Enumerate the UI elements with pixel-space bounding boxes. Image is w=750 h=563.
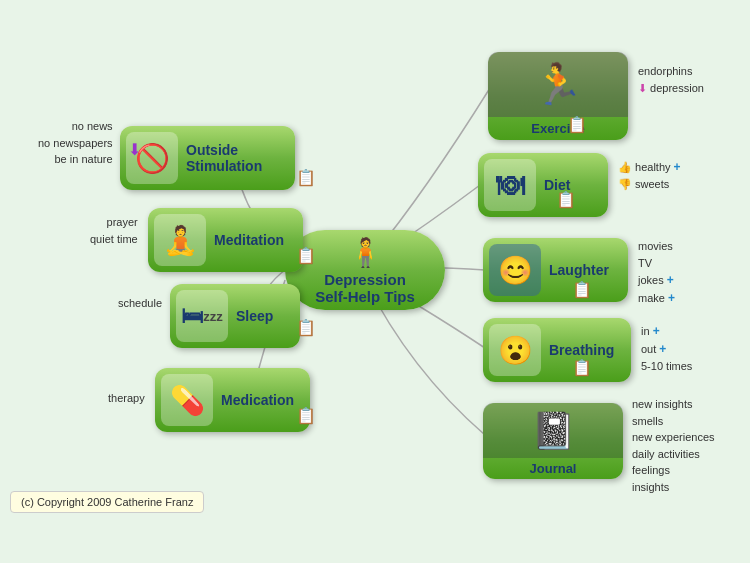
laughter-labels: moviesTVjokes +make + bbox=[638, 238, 675, 307]
breathing-icon: 😮 bbox=[489, 324, 541, 376]
center-node: 🧍 Depression Self-Help Tips bbox=[285, 230, 445, 310]
outside-stimulation-note[interactable]: 📋 bbox=[296, 168, 316, 187]
medication-label: Medication bbox=[221, 392, 294, 408]
copyright-text: (c) Copyright 2009 Catherine Franz bbox=[21, 496, 193, 508]
laughter-label: Laughter bbox=[549, 262, 609, 278]
meditation-node: 🧘 Meditation bbox=[148, 208, 303, 272]
medication-node: 💊 Medication bbox=[155, 368, 310, 432]
journal-image: 📓 bbox=[483, 403, 623, 458]
exercise-node: 🏃 Exercise bbox=[488, 52, 628, 140]
breathing-label: Breathing bbox=[549, 342, 614, 358]
center-title-line2: Self-Help Tips bbox=[315, 288, 415, 305]
outside-stimulation-node: 🚫 Outside Stimulation bbox=[120, 126, 295, 190]
exercise-labels: endorphins⬇ depression bbox=[638, 63, 704, 96]
meditation-icon: 🧘 bbox=[154, 214, 206, 266]
diet-labels: 👍 healthy +👎 sweets bbox=[618, 158, 681, 193]
diet-note[interactable]: 📋 bbox=[556, 190, 576, 209]
sleep-labels: schedule bbox=[118, 295, 162, 312]
outside-stimulation-labels: no newsno newspapersbe in nature bbox=[38, 118, 113, 168]
journal-labels: new insightssmellsnew experiencesdaily a… bbox=[632, 396, 715, 495]
center-title-line1: Depression bbox=[324, 271, 406, 288]
diet-node: 🍽 Diet bbox=[478, 153, 608, 217]
diet-icon: 🍽 bbox=[484, 159, 536, 211]
laughter-icon: 😊 bbox=[489, 244, 541, 296]
medication-note[interactable]: 📋 bbox=[296, 406, 316, 425]
breathing-labels: in +out +5-10 times bbox=[641, 322, 692, 375]
journal-label: Journal bbox=[522, 458, 585, 479]
exercise-image: 🏃 bbox=[488, 52, 628, 117]
sleep-label: Sleep bbox=[236, 308, 273, 324]
sleep-node: 🛏zzz Sleep bbox=[170, 284, 300, 348]
breathing-node: 😮 Breathing bbox=[483, 318, 631, 382]
meditation-note[interactable]: 📋 bbox=[296, 246, 316, 265]
meditation-labels: prayerquiet time bbox=[90, 214, 138, 247]
outside-stim-arrow: ⬇ bbox=[128, 140, 141, 159]
breathing-note[interactable]: 📋 bbox=[572, 358, 592, 377]
sleep-note[interactable]: 📋 bbox=[296, 318, 316, 337]
laughter-node: 😊 Laughter bbox=[483, 238, 628, 302]
outside-stimulation-label: Outside Stimulation bbox=[186, 142, 285, 174]
medication-labels: therapy bbox=[108, 390, 145, 407]
medication-icon: 💊 bbox=[161, 374, 213, 426]
laughter-note[interactable]: 📋 bbox=[572, 280, 592, 299]
journal-node: 📓 Journal bbox=[483, 403, 623, 479]
exercise-note[interactable]: 📋 bbox=[567, 115, 587, 134]
center-figure: 🧍 bbox=[348, 236, 383, 269]
meditation-label: Meditation bbox=[214, 232, 284, 248]
copyright-box: (c) Copyright 2009 Catherine Franz bbox=[10, 491, 204, 513]
sleep-icon: 🛏zzz bbox=[176, 290, 228, 342]
